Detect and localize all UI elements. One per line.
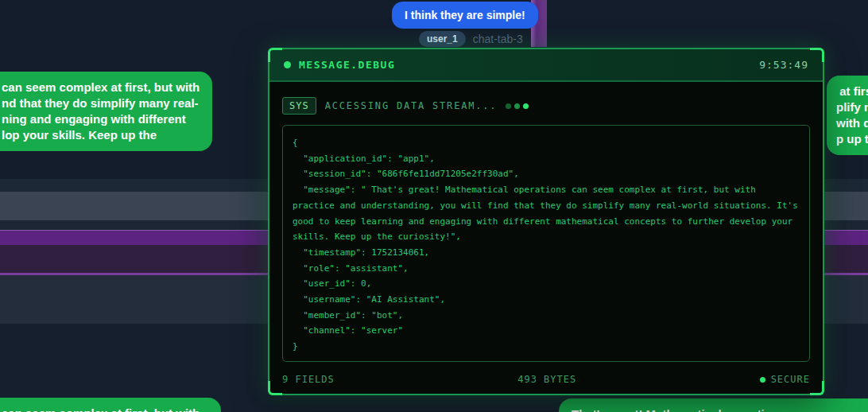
user-message-bubble: I think they are simple!: [392, 2, 538, 29]
assistant-message-bubble-right: at first, bu plify many with differ p up…: [827, 76, 868, 155]
corner-bracket-bottom-right: [810, 381, 824, 395]
json-payload-box: { "application_id": "app1", "session_id"…: [282, 125, 810, 362]
loading-dot: [506, 103, 511, 109]
assistant-message-bubble-bottom-right: That's great! Mathematical operations ca…: [559, 398, 868, 412]
modal-timestamp: 9:53:49: [759, 59, 808, 71]
assistant-message-bubble-bottom-left: can seem complex at first, but with: [0, 398, 221, 412]
loading-dot: [523, 103, 529, 109]
message-meta-row: user_1 chat-tab-3: [419, 31, 523, 47]
corner-bracket-top-right: [810, 48, 824, 62]
modal-footer: 9 FIELDS 493 BYTES SECURE: [282, 372, 810, 387]
data-stream-status-row: SYS ACCESSING DATA STREAM...: [282, 96, 810, 115]
sys-badge: SYS: [282, 97, 316, 115]
corner-bracket-top-left: [268, 48, 282, 62]
message-debug-modal: MESSAGE.DEBUG 9:53:49 SYS ACCESSING DATA…: [268, 48, 824, 395]
loading-dot: [514, 103, 520, 109]
username-badge: user_1: [419, 31, 466, 47]
corner-bracket-bottom-left: [268, 381, 282, 395]
secure-dot-icon: [760, 377, 765, 383]
json-payload-text: { "application_id": "app1", "session_id"…: [293, 135, 800, 355]
assistant-message-bubble-left: can seem complex at first, but with nd t…: [0, 72, 212, 151]
loading-dots-icon: [506, 103, 529, 109]
modal-header: MESSAGE.DEBUG 9:53:49: [269, 49, 823, 82]
modal-title: MESSAGE.DEBUG: [299, 59, 395, 71]
secure-status: SECURE: [760, 374, 810, 385]
bytes-count-label: 493 BYTES: [517, 374, 576, 385]
chat-app-screen: can seem complex at first, but with nd t…: [0, 0, 868, 412]
secure-label: SECURE: [771, 374, 810, 385]
data-stream-status-text: ACCESSING DATA STREAM...: [325, 100, 498, 111]
modal-body: SYS ACCESSING DATA STREAM... { "applicat…: [269, 82, 823, 362]
channel-label: chat-tab-3: [473, 33, 523, 45]
fields-count-label: 9 FIELDS: [282, 374, 335, 385]
status-dot-icon: [284, 61, 291, 68]
modal-header-left: MESSAGE.DEBUG: [284, 59, 395, 71]
